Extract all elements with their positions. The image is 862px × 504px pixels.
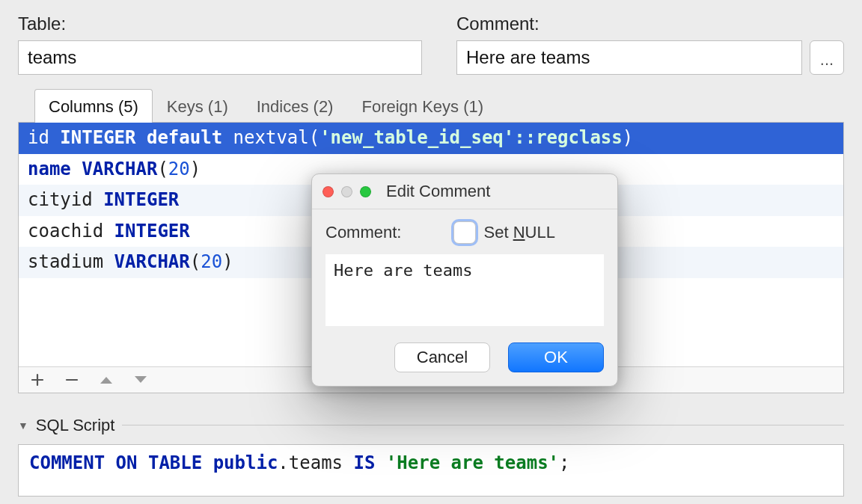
tabs: Columns (5) Keys (1) Indices (2) Foreign… [18, 88, 844, 122]
table-name-input[interactable] [18, 40, 422, 75]
dialog-title: Edit Comment [386, 182, 490, 201]
table-label: Table: [18, 13, 422, 34]
move-up-icon[interactable] [98, 372, 114, 388]
sql-script-box[interactable]: COMMENT ON TABLE public.teams IS 'Here a… [18, 444, 844, 497]
cancel-button[interactable]: Cancel [394, 342, 490, 372]
minimize-icon [341, 186, 352, 197]
edit-comment-dialog: Edit Comment Comment: Set NULL Cancel OK [311, 173, 618, 387]
remove-icon[interactable] [64, 372, 80, 388]
ok-button[interactable]: OK [508, 342, 604, 372]
close-icon[interactable] [323, 186, 334, 197]
comment-input[interactable] [456, 40, 802, 75]
divider [122, 425, 844, 425]
sql-script-header[interactable]: ▼ SQL Script [18, 416, 844, 435]
tab-indices[interactable]: Indices (2) [242, 89, 348, 123]
tab-keys[interactable]: Keys (1) [153, 89, 242, 123]
move-down-icon[interactable] [132, 372, 149, 388]
dialog-titlebar[interactable]: Edit Comment [312, 174, 617, 209]
dialog-comment-label: Comment: [325, 223, 401, 242]
set-null-label: Set NULL [483, 223, 554, 242]
column-row[interactable]: id INTEGER default nextval('new_table_id… [19, 123, 843, 154]
tab-columns[interactable]: Columns (5) [34, 89, 153, 123]
set-null-checkbox[interactable] [453, 221, 476, 244]
comment-textarea[interactable] [325, 254, 604, 326]
chevron-down-icon: ▼ [18, 420, 28, 431]
sql-script-label: SQL Script [36, 416, 115, 435]
comment-more-button[interactable]: ... [810, 40, 844, 75]
comment-label: Comment: [456, 13, 844, 34]
zoom-icon[interactable] [360, 186, 371, 197]
add-icon[interactable] [29, 372, 46, 388]
tab-foreign-keys[interactable]: Foreign Keys (1) [347, 89, 498, 123]
